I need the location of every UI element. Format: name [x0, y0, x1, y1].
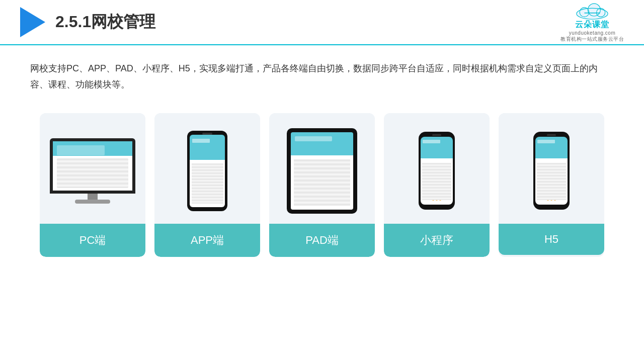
cards-container: PC端 APP端 PAD端: [30, 113, 614, 257]
screen-dots: [203, 201, 212, 203]
card-pad[interactable]: PAD端: [269, 113, 375, 257]
thin-phone-icon-2: [533, 132, 570, 210]
phone-screen: [190, 135, 225, 207]
card-miniapp-label: 小程序: [384, 224, 490, 257]
card-pad-image: [269, 113, 375, 224]
thin-phone-screen-2: [535, 137, 568, 205]
card-app-label: APP端: [154, 224, 260, 257]
card-pc-label: PC端: [40, 224, 145, 257]
thin-phone-icon-1: [419, 132, 455, 210]
cloud-icon: [572, 2, 612, 20]
pc-monitor-icon: [50, 138, 135, 204]
header: 2.5.1网校管理 云朵课堂 yunduoketang.com 教育机构一站式服…: [0, 0, 644, 45]
card-pad-label: PAD端: [269, 224, 375, 257]
brand-slogan: 教育机构一站式服务云平台: [560, 36, 624, 43]
brand-text-main: 云朵课堂: [575, 20, 609, 30]
tablet-screen: [291, 132, 353, 210]
page-title: 2.5.1网校管理: [55, 11, 155, 33]
card-app[interactable]: APP端: [154, 113, 260, 257]
main-content: 网校支持PC、APP、PAD、小程序、H5，实现多端打通，产品各终端自由切换，数…: [0, 50, 644, 267]
card-app-image: [154, 113, 260, 224]
tablet-icon: [287, 128, 357, 214]
card-pc[interactable]: PC端: [40, 113, 145, 257]
card-pc-image: [40, 113, 145, 224]
screen-dots-2: [432, 199, 441, 201]
brand-text-url: yunduoketang.com: [569, 30, 616, 36]
card-h5-image: [499, 113, 604, 224]
card-miniapp[interactable]: 小程序: [384, 113, 490, 257]
logo-triangle: [20, 7, 45, 37]
thin-phone-screen-1: [421, 137, 453, 205]
screen-dots-3: [547, 199, 556, 201]
phone-icon: [187, 131, 227, 211]
card-miniapp-image: [384, 113, 490, 224]
description-text: 网校支持PC、APP、PAD、小程序、H5，实现多端打通，产品各终端自由切换，数…: [30, 60, 614, 93]
brand-logo: 云朵课堂 yunduoketang.com 教育机构一站式服务云平台: [560, 2, 624, 43]
card-h5[interactable]: H5: [499, 113, 604, 257]
card-h5-label: H5: [499, 224, 604, 255]
